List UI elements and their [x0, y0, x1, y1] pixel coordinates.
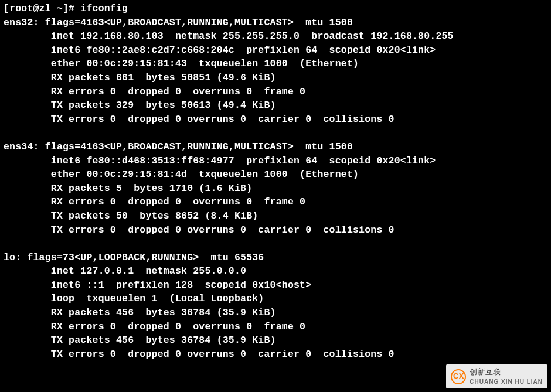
iface-ens34-line: RX packets 5 bytes 1710 (1.6 KiB): [4, 182, 547, 196]
blank-line: [4, 126, 547, 140]
iface-lo-line: TX packets 456 bytes 36784 (35.9 KiB): [4, 333, 547, 347]
iface-ens32-line: RX packets 661 bytes 50851 (49.6 KiB): [4, 71, 547, 85]
iface-ens32-header: ens32: flags=4163<UP,BROADCAST,RUNNING,M…: [4, 16, 547, 30]
iface-ens32-line: ether 00:0c:29:15:81:43 txqueuelen 1000 …: [4, 57, 547, 71]
iface-ens32-line: inet 192.168.80.103 netmask 255.255.255.…: [4, 29, 547, 43]
iface-lo-line: TX errors 0 dropped 0 overruns 0 carrier…: [4, 347, 547, 362]
iface-ens34-line: RX errors 0 dropped 0 overruns 0 frame 0: [4, 195, 547, 209]
iface-lo-line: RX packets 456 bytes 36784 (35.9 KiB): [4, 306, 547, 320]
iface-ens32-line: inet6 fe80::2ae8:c2d7:c668:204c prefixle…: [4, 43, 547, 57]
iface-ens34-line: ether 00:0c:29:15:81:4d txqueuelen 1000 …: [4, 168, 547, 182]
iface-ens34-line: TX errors 0 dropped 0 overruns 0 carrier…: [4, 223, 547, 237]
iface-lo-line: loop txqueuelen 1 (Local Loopback): [4, 292, 547, 306]
watermark-logo-icon: CX: [451, 369, 466, 384]
watermark: CX 创新互联 CHUANG XIN HU LIAN: [446, 364, 547, 388]
iface-lo-header: lo: flags=73<UP,LOOPBACK,RUNNING> mtu 65…: [4, 251, 547, 265]
iface-lo-line: inet6 ::1 prefixlen 128 scopeid 0x10<hos…: [4, 278, 547, 292]
terminal-prompt[interactable]: [root@zl ~]# ifconfig: [4, 2, 547, 16]
watermark-sub: CHUANG XIN HU LIAN: [470, 378, 543, 386]
iface-ens32-line: RX errors 0 dropped 0 overruns 0 frame 0: [4, 85, 547, 99]
iface-ens32-line: TX errors 0 dropped 0 overruns 0 carrier…: [4, 113, 547, 127]
iface-lo-line: inet 127.0.0.1 netmask 255.0.0.0: [4, 264, 547, 278]
iface-ens34-line: TX packets 50 bytes 8652 (8.4 KiB): [4, 209, 547, 223]
iface-ens34-header: ens34: flags=4163<UP,BROADCAST,RUNNING,M…: [4, 140, 547, 154]
iface-ens32-line: TX packets 329 bytes 50613 (49.4 KiB): [4, 98, 547, 113]
iface-ens34-line: inet6 fe80::d468:3513:ff68:4977 prefixle…: [4, 154, 547, 168]
iface-lo-line: RX errors 0 dropped 0 overruns 0 frame 0: [4, 320, 547, 334]
watermark-label: 创新互联: [470, 367, 543, 378]
blank-line: [4, 237, 547, 251]
